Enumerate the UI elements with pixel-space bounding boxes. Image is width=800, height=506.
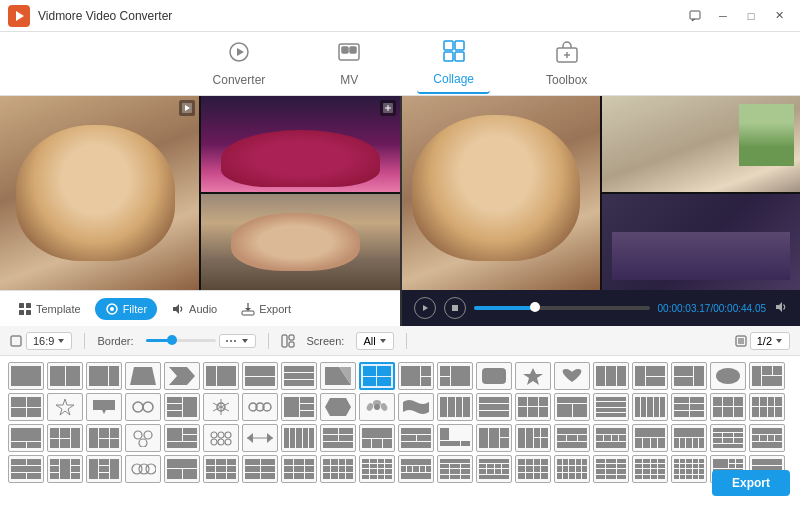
template-item-38[interactable] xyxy=(671,393,707,421)
template-item-78[interactable] xyxy=(671,455,707,483)
template-item-58[interactable] xyxy=(671,424,707,452)
template-item-28[interactable] xyxy=(281,393,317,421)
template-item-48[interactable] xyxy=(281,424,317,452)
template-item-20[interactable] xyxy=(749,362,785,390)
template-item-10[interactable] xyxy=(359,362,395,390)
template-item-39[interactable] xyxy=(710,393,746,421)
template-item-33[interactable] xyxy=(476,393,512,421)
template-item-14[interactable] xyxy=(515,362,551,390)
template-item-27[interactable] xyxy=(242,393,278,421)
template-item-70[interactable] xyxy=(359,455,395,483)
template-item-46[interactable] xyxy=(203,424,239,452)
template-item-49[interactable] xyxy=(320,424,356,452)
template-item-5[interactable] xyxy=(164,362,200,390)
template-item-7[interactable] xyxy=(242,362,278,390)
template-item-55[interactable] xyxy=(554,424,590,452)
template-item-19[interactable] xyxy=(710,362,746,390)
template-item-72[interactable] xyxy=(437,455,473,483)
chat-button[interactable] xyxy=(682,6,708,26)
export-left-button[interactable]: Export xyxy=(231,298,301,320)
template-item-71[interactable] xyxy=(398,455,434,483)
template-item-29[interactable] xyxy=(320,393,356,421)
template-item-65[interactable] xyxy=(164,455,200,483)
minimize-button[interactable]: ─ xyxy=(710,6,736,26)
template-item-8[interactable] xyxy=(281,362,317,390)
template-item-16[interactable] xyxy=(593,362,629,390)
template-item-9[interactable] xyxy=(320,362,356,390)
template-item-75[interactable] xyxy=(554,455,590,483)
template-item-76[interactable] xyxy=(593,455,629,483)
template-item-54[interactable] xyxy=(515,424,551,452)
filter-button[interactable]: Filter xyxy=(95,298,157,320)
template-item-73[interactable] xyxy=(476,455,512,483)
template-item-53[interactable] xyxy=(476,424,512,452)
page-dropdown[interactable]: 1/2 xyxy=(750,332,790,350)
nav-toolbox[interactable]: Toolbox xyxy=(530,34,603,93)
screen-dropdown[interactable]: All xyxy=(356,332,393,350)
template-item-18[interactable] xyxy=(671,362,707,390)
border-slider[interactable] xyxy=(146,334,256,348)
export-button[interactable]: Export xyxy=(712,470,790,496)
template-item-41[interactable] xyxy=(8,424,44,452)
template-item-31[interactable] xyxy=(398,393,434,421)
template-item-77[interactable] xyxy=(632,455,668,483)
play-button[interactable] xyxy=(414,297,436,319)
template-item-45[interactable] xyxy=(164,424,200,452)
audio-button[interactable]: Audio xyxy=(161,298,227,320)
template-item-43[interactable] xyxy=(86,424,122,452)
template-item-56[interactable] xyxy=(593,424,629,452)
nav-collage[interactable]: Collage xyxy=(417,33,490,94)
template-item-74[interactable] xyxy=(515,455,551,483)
template-item-47[interactable] xyxy=(242,424,278,452)
stop-button[interactable] xyxy=(444,297,466,319)
template-item-25[interactable] xyxy=(164,393,200,421)
template-item-42[interactable] xyxy=(47,424,83,452)
template-item-21[interactable] xyxy=(8,393,44,421)
template-button[interactable]: Template xyxy=(8,298,91,320)
template-item-35[interactable] xyxy=(554,393,590,421)
template-item-12[interactable] xyxy=(437,362,473,390)
template-item-1[interactable] xyxy=(8,362,44,390)
progress-bar[interactable] xyxy=(474,306,650,310)
template-item-13[interactable] xyxy=(476,362,512,390)
template-item-32[interactable] xyxy=(437,393,473,421)
template-item-6[interactable] xyxy=(203,362,239,390)
template-item-26[interactable] xyxy=(203,393,239,421)
aspect-dropdown[interactable]: 16:9 xyxy=(26,332,72,350)
template-item-4[interactable] xyxy=(125,362,161,390)
template-item-30[interactable] xyxy=(359,393,395,421)
maximize-button[interactable]: □ xyxy=(738,6,764,26)
border-style-dropdown[interactable] xyxy=(219,334,256,348)
template-item-50[interactable] xyxy=(359,424,395,452)
template-item-11[interactable] xyxy=(398,362,434,390)
template-item-15[interactable] xyxy=(554,362,590,390)
template-item-24[interactable] xyxy=(125,393,161,421)
nav-mv[interactable]: MV xyxy=(321,34,377,93)
template-item-51[interactable] xyxy=(398,424,434,452)
template-item-67[interactable] xyxy=(242,455,278,483)
template-item-3[interactable] xyxy=(86,362,122,390)
template-item-23[interactable] xyxy=(86,393,122,421)
template-item-60[interactable] xyxy=(749,424,785,452)
template-item-61[interactable] xyxy=(8,455,44,483)
template-item-62[interactable] xyxy=(47,455,83,483)
close-button[interactable]: ✕ xyxy=(766,6,792,26)
template-item-34[interactable] xyxy=(515,393,551,421)
template-item-57[interactable] xyxy=(632,424,668,452)
template-item-22[interactable] xyxy=(47,393,83,421)
volume-icon[interactable] xyxy=(774,300,788,317)
template-item-52[interactable] xyxy=(437,424,473,452)
nav-converter[interactable]: Converter xyxy=(197,34,282,93)
template-item-64[interactable] xyxy=(125,455,161,483)
template-item-44[interactable] xyxy=(125,424,161,452)
template-item-66[interactable] xyxy=(203,455,239,483)
template-item-63[interactable] xyxy=(86,455,122,483)
template-item-68[interactable] xyxy=(281,455,317,483)
template-item-40[interactable] xyxy=(749,393,785,421)
template-item-69[interactable] xyxy=(320,455,356,483)
template-item-59[interactable] xyxy=(710,424,746,452)
template-item-37[interactable] xyxy=(632,393,668,421)
template-item-17[interactable] xyxy=(632,362,668,390)
template-item-36[interactable] xyxy=(593,393,629,421)
template-item-2[interactable] xyxy=(47,362,83,390)
